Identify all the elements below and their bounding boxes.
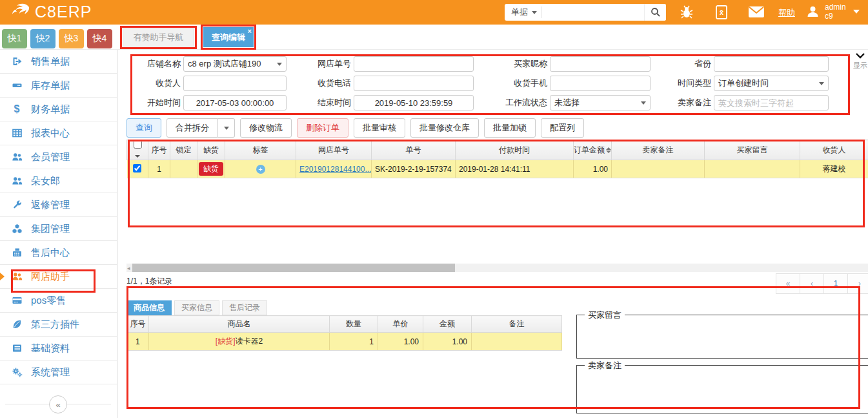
time-type-select[interactable]: 订单创建时间 [714,76,829,91]
shop-order-no-input[interactable] [354,56,474,72]
col-amount[interactable]: 订单金额 [574,140,612,160]
sidebar-item-aftersales-center[interactable]: 售后中心 [0,241,117,265]
seller-note-label: 卖家备注 [585,360,625,371]
scroll-left-icon[interactable]: ◂ [127,265,130,271]
sidebar-item-inventory-orders[interactable]: 库存单据 [0,74,117,98]
shop-name-select[interactable]: c8 erp 测试店铺190 [183,56,287,72]
prev-page-button[interactable]: ‹ [800,273,824,294]
workflow-status-select[interactable]: 未选择 [550,95,651,110]
close-icon[interactable]: × [248,28,252,35]
sidebar-item-third-party-plugins[interactable]: 第三方插件 [0,313,117,337]
quick-tab-1[interactable]: 快1 [2,29,27,48]
item-row[interactable]: 1 [缺货]读卡器2 1 1.00 1.00 [127,333,562,351]
sidebar-item-duonvlang[interactable]: 朵女郎 [0,169,117,193]
add-tag-icon[interactable]: + [256,165,265,174]
merge-split-dropdown[interactable] [218,118,235,138]
sidebar-item-system-management[interactable]: 系统管理 [0,361,117,384]
col-pay-time[interactable]: 付款时间 [456,140,574,160]
item-name-cell: [缺货]读卡器2 [149,333,330,351]
user-menu-caret-icon[interactable] [853,10,860,14]
current-page-button[interactable]: 1 [823,273,848,294]
col-locked[interactable]: 锁定 [170,140,197,160]
tab-aftersales-records[interactable]: 售后记录 [222,300,267,315]
row-checkbox[interactable] [133,164,141,172]
col-stockout[interactable]: 缺货 [197,140,225,160]
sidebar-item-webshop-assistant[interactable]: 网店助手 [0,265,117,289]
select-menu-caret-icon[interactable] [135,155,140,158]
users-icon [10,271,23,282]
col-item-note: 备注 [472,316,562,333]
modify-logistics-button[interactable]: 修改物流 [240,118,292,138]
batch-audit-button[interactable]: 批量审核 [354,118,405,138]
search-category-caret-icon[interactable] [532,11,537,14]
sidebar-item-pos-retail[interactable]: pos零售 [0,289,117,313]
search-category[interactable]: 单据 [505,6,532,18]
configure-columns-button[interactable]: 配置列 [541,118,584,138]
receiver-phone-input[interactable] [354,76,474,91]
help-link[interactable]: 帮助 [778,7,795,19]
col-seq[interactable]: 序号 [148,140,170,160]
tab-youzan-assistant-nav[interactable]: 有赞助手导航 [123,28,194,47]
sidebar-item-repair-management[interactable]: 返修管理 [0,193,117,217]
sidebar-item-finance-orders[interactable]: $ 财务单据 [0,98,117,121]
user-account[interactable]: admin c9 [825,3,846,21]
buyer-nickname-input[interactable] [550,56,651,72]
filter-collapse-control[interactable]: 显示 [852,52,868,70]
cubes-icon [10,224,23,234]
next-page-button[interactable]: › [847,273,868,294]
excel-export-icon[interactable]: x̄ [715,5,728,19]
batch-modify-warehouse-button[interactable]: 批量修改仓库 [410,118,479,138]
batch-lock-button[interactable]: 批量加锁 [484,118,536,138]
tab-product-info[interactable]: 商品信息 [126,300,172,315]
col-receiver[interactable]: 收货人 [800,140,868,160]
quick-tab-3[interactable]: 快3 [59,29,84,48]
tab-buyer-info[interactable]: 买家信息 [174,300,219,315]
first-page-button[interactable]: « [776,273,800,294]
mail-icon[interactable] [749,6,764,17]
quick-tab-2[interactable]: 快2 [30,29,56,48]
col-seller-note[interactable]: 卖家备注 [612,140,705,160]
order-row[interactable]: 1 缺货 + E20190128144100... SK-2019-2-19-1… [127,160,868,178]
search-input[interactable] [545,5,644,19]
field-label: 结束时间 [289,97,351,109]
quick-tab-4[interactable]: 快4 [87,29,112,48]
col-shop-order-no[interactable]: 网店单号 [296,140,372,160]
query-button[interactable]: 查询 [126,118,161,138]
chevron-down-icon [224,127,229,130]
user-icon[interactable] [807,5,819,17]
sidebar-item-sales-orders[interactable]: 销售单据 [0,50,117,74]
receiver-input[interactable] [183,76,287,91]
sort-icon[interactable] [606,147,611,153]
col-buyer-message[interactable]: 买家留言 [705,140,800,160]
receiver-mobile-input[interactable] [550,76,651,91]
selected-value: c8 erp 测试店铺190 [188,58,261,70]
tab-query-edit[interactable]: 查询编辑 × [203,27,254,47]
sidebar-item-base-data[interactable]: 基础资料 [0,337,117,361]
item-note-cell [472,333,562,351]
field-label: 收货电话 [289,78,351,89]
col-tags[interactable]: 标签 [225,140,296,160]
merge-split-button[interactable]: 合并拆分 [167,118,218,138]
province-input[interactable] [714,56,829,72]
sidebar-item-member-management[interactable]: 会员管理 [0,145,117,169]
seller-note-input[interactable] [714,95,829,110]
selected-value: 订单创建时间 [718,78,769,89]
chevron-down-icon [855,52,865,59]
search-button[interactable] [644,4,666,21]
gears-icon [10,367,23,377]
shop-order-link[interactable]: E20190128144100... [299,165,371,174]
sidebar-item-report-center[interactable]: 报表中心 [0,121,117,145]
end-time-input[interactable] [354,95,474,110]
pager: « ‹ 1 › » [776,273,868,294]
sidebar-item-group-management[interactable]: 集团管理 [0,217,117,241]
user-company: c9 [825,12,846,21]
select-all-checkbox[interactable] [134,140,142,149]
col-order-no[interactable]: 单号 [372,140,456,160]
delete-order-button[interactable]: 删除订单 [297,118,348,138]
scrollbar-thumb[interactable] [132,264,455,272]
sidebar-item-label: 报表中心 [31,127,70,140]
sidebar-collapse-button[interactable]: « [49,395,67,413]
horizontal-scrollbar[interactable]: ◂ [126,264,868,272]
start-time-input[interactable] [183,95,287,110]
bug-icon[interactable] [680,5,694,19]
